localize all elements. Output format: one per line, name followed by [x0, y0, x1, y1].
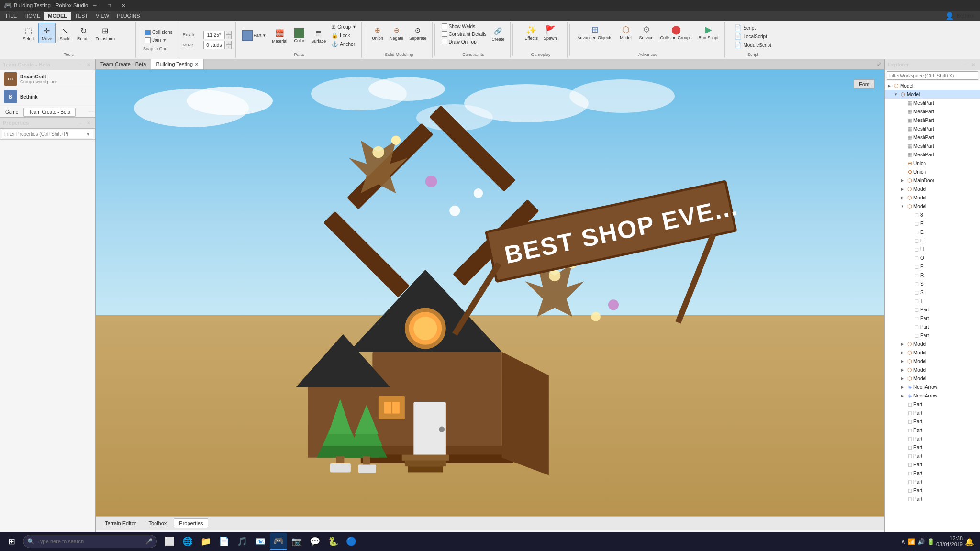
tree-item[interactable]: ◻Part	[885, 400, 980, 408]
tree-item[interactable]: ◻R	[885, 271, 980, 279]
show-welds-button[interactable]: Show Welds	[440, 23, 489, 30]
tree-item[interactable]: ◻Part	[885, 331, 980, 340]
part-button[interactable]: Part ▼	[240, 29, 268, 42]
menu-test[interactable]: TEST	[71, 12, 92, 20]
tree-item[interactable]: ◻Part	[885, 408, 980, 417]
explorer-tree[interactable]: ▶⬡Model▼⬡Model▦MeshPart▦MeshPart▦MeshPar…	[885, 81, 980, 540]
tray-volume-icon[interactable]: 🔊	[917, 538, 925, 545]
viewport-expand[interactable]: ⤢	[874, 59, 884, 69]
union-button[interactable]: ⊕ Union	[369, 23, 386, 42]
tree-item[interactable]: ▶⬡Model	[885, 193, 980, 202]
tree-item[interactable]: ◻Part	[885, 477, 980, 486]
tray-network-icon[interactable]: 📶	[908, 538, 915, 545]
tree-item[interactable]: ▦MeshPart	[885, 133, 980, 142]
tree-item[interactable]: ▶⬡Model	[885, 365, 980, 374]
tree-item[interactable]: ▦MeshPart	[885, 116, 980, 124]
tree-item[interactable]: ▶⬡Model	[885, 81, 980, 90]
scene-canvas[interactable]: Font	[96, 70, 884, 517]
transform-button[interactable]: ⊞ Transform	[93, 23, 117, 43]
move-button[interactable]: ✛ Move	[38, 23, 56, 43]
taskbar-python[interactable]: 🐍	[324, 533, 342, 550]
properties-filter-input[interactable]	[2, 130, 93, 138]
taskbar-mail[interactable]: 📧	[252, 533, 269, 550]
tree-item[interactable]: ◻Part	[885, 443, 980, 452]
join-button[interactable]: Join ▼	[143, 37, 175, 44]
terrain-editor-tab[interactable]: Terrain Editor	[100, 518, 141, 528]
tree-item[interactable]: ▶⬡Model	[885, 348, 980, 357]
taskbar-explorer[interactable]: 📁	[197, 533, 214, 550]
tree-item[interactable]: ⊕Union	[885, 167, 980, 176]
tree-item[interactable]: ▼⬡Model	[885, 90, 980, 99]
group-button[interactable]: ⊞ Group ▼	[329, 23, 358, 31]
tree-item[interactable]: ⊕Union	[885, 159, 980, 167]
tree-item[interactable]: ◻Part	[885, 495, 980, 503]
move-up-btn[interactable]: ▲	[226, 41, 232, 45]
rotate-up-btn[interactable]: ▲	[226, 31, 232, 35]
tray-up-icon[interactable]: ∧	[901, 538, 906, 545]
explorer-close[interactable]: ✕	[969, 61, 977, 68]
notification-icon[interactable]: 🔔	[965, 537, 974, 546]
tree-item[interactable]: ◻Part	[885, 322, 980, 331]
team-create-tab[interactable]: Team Create - Beta	[23, 108, 76, 117]
service-button[interactable]: ⚙ Service	[636, 23, 657, 41]
toolbox-tab[interactable]: Toolbox	[143, 518, 172, 528]
tree-item[interactable]: ◻P	[885, 262, 980, 271]
negate-button[interactable]: ⊖ Negate	[387, 23, 406, 42]
lock-button[interactable]: 🔒 Lock	[329, 32, 358, 39]
script-button[interactable]: 📄 Script	[733, 24, 773, 32]
rotate-button[interactable]: ↻ Rotate	[75, 23, 92, 43]
material-button[interactable]: 🧱 Material	[269, 26, 290, 45]
tree-item[interactable]: ◻S	[885, 288, 980, 297]
scale-button[interactable]: ⤡ Scale	[56, 23, 74, 43]
tree-item[interactable]: ◻8	[885, 210, 980, 219]
tree-item[interactable]: ▦MeshPart	[885, 124, 980, 133]
module-script-button[interactable]: 📄 ModuleScript	[733, 41, 773, 49]
tree-item[interactable]: ▦MeshPart	[885, 142, 980, 150]
model-button[interactable]: ⬡ Model	[616, 23, 635, 41]
tree-item[interactable]: ▦MeshPart	[885, 150, 980, 159]
tree-item[interactable]: ▶⬡Model	[885, 185, 980, 193]
tree-item[interactable]: ◻Part	[885, 486, 980, 495]
anchor-button[interactable]: ⚓ Anchor	[329, 40, 358, 48]
properties-minimize[interactable]: ─	[76, 119, 84, 127]
spawn-button[interactable]: 🚩 Spawn	[541, 23, 559, 42]
menu-model[interactable]: MODEL	[44, 12, 71, 20]
menu-view[interactable]: VIEW	[92, 12, 113, 20]
color-button[interactable]: Color	[290, 26, 308, 44]
tree-item[interactable]: ◻Part	[885, 314, 980, 322]
tree-item[interactable]: ◻T	[885, 297, 980, 305]
advanced-objects-button[interactable]: ⊞ Advanced Objects	[575, 23, 615, 41]
game-tab-more[interactable]: ⋯	[87, 108, 95, 117]
draw-on-top-button[interactable]: Draw On Top	[440, 38, 489, 45]
tray-battery-icon[interactable]: 🔋	[927, 538, 935, 545]
tree-item[interactable]: ◻O	[885, 253, 980, 262]
tree-item[interactable]: ◻Part	[885, 452, 980, 460]
taskbar-view-button[interactable]: ⬜	[161, 533, 178, 550]
collision-groups-button[interactable]: ⬤ Collision Groups	[657, 23, 695, 41]
explorer-filter-input[interactable]	[887, 71, 978, 80]
tree-item[interactable]: ▶⬡Model	[885, 357, 980, 365]
tree-item[interactable]: ▦MeshPart	[885, 107, 980, 116]
tree-item[interactable]: ◻H	[885, 245, 980, 253]
separate-button[interactable]: ⊙ Separate	[407, 23, 429, 42]
rotate-input[interactable]	[203, 31, 225, 39]
tree-item[interactable]: ◻S	[885, 279, 980, 288]
collisions-button[interactable]: Collisions	[143, 29, 175, 36]
team-panel-minimize[interactable]: ─	[76, 61, 84, 68]
close-button[interactable]: ✕	[117, 1, 130, 10]
constraint-details-button[interactable]: Constraint Details	[440, 31, 489, 37]
clock[interactable]: 12:38 03/04/2019	[936, 535, 963, 548]
team-panel-close[interactable]: ✕	[85, 61, 92, 68]
tree-item[interactable]: ◻Part	[885, 460, 980, 469]
run-script-button[interactable]: ▶ Run Script	[696, 23, 722, 41]
move-input[interactable]	[203, 41, 225, 49]
surface-button[interactable]: ▦ Surface	[309, 26, 328, 45]
tree-item[interactable]: ◻Part	[885, 417, 980, 426]
taskbar-unknown[interactable]: 🔵	[343, 533, 360, 550]
tree-item[interactable]: ◻Part	[885, 434, 980, 443]
start-button[interactable]: ⊞	[2, 533, 21, 550]
tab-team-create[interactable]: Team Create - Beta	[96, 59, 151, 69]
minimize-button[interactable]: ─	[88, 1, 101, 10]
tree-item[interactable]: ▼⬡Model	[885, 202, 980, 210]
tree-item[interactable]: ◻Part	[885, 305, 980, 314]
